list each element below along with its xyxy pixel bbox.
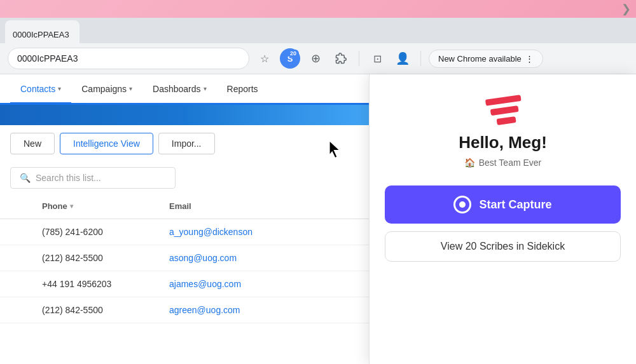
table-header: Phone ▾ Email [0, 194, 369, 219]
row-2-check[interactable] [0, 245, 32, 271]
divider-2 [420, 51, 421, 66]
phone-header-label: Phone [42, 201, 67, 211]
search-placeholder: Search this list... [36, 173, 101, 183]
row-3-phone: +44 191 4956203 [32, 271, 159, 297]
extension-icon-2[interactable]: ⊕ [305, 48, 326, 69]
address-bar[interactable]: 0000IcPPAEA3 [8, 48, 249, 69]
row-3-email[interactable]: ajames@uog.com [159, 271, 369, 297]
address-bar-row: 0000IcPPAEA3 ☆ S 20 ⊕ ⊡ 👤 New Chrome ava… [0, 43, 636, 74]
table-row: (212) 842-5500 agreen@uog.com [0, 297, 369, 323]
nav-dashboards[interactable]: Dashboards ▾ [142, 76, 217, 104]
app-content: Contacts ▾ Campaigns ▾ Dashboards ▾ Repo… [0, 74, 636, 364]
start-capture-button[interactable]: Start Capture [385, 185, 621, 224]
search-icon: 🔍 [20, 173, 31, 183]
dashboards-label: Dashboards [153, 84, 201, 94]
new-chrome-menu-icon: ⋮ [525, 54, 534, 64]
table-row: (785) 241-6200 a_young@dickenson [0, 219, 369, 245]
logo-bar-3 [496, 116, 516, 125]
dashboards-chevron-icon: ▾ [204, 85, 207, 92]
extensions-puzzle-icon[interactable] [331, 48, 351, 69]
badge-count: 20 [287, 50, 299, 57]
scribe-popup: Hello, Meg! 🏠 Best Team Ever Start Captu… [369, 74, 636, 364]
table-body: (785) 241-6200 a_young@dickenson (212) 8… [0, 219, 369, 323]
active-tab[interactable]: 0000IcPPAEA3 [5, 20, 80, 43]
start-capture-label: Start Capture [479, 198, 551, 212]
new-button[interactable]: New [10, 133, 55, 154]
extension-icon[interactable]: S 20 [280, 48, 300, 69]
team-label: Best Team Ever [479, 158, 542, 168]
nav-reports[interactable]: Reports [217, 76, 268, 104]
left-panel: Contacts ▾ Campaigns ▾ Dashboards ▾ Repo… [0, 74, 369, 364]
intelligence-view-button[interactable]: Intelligence View [60, 133, 153, 154]
capture-icon [453, 196, 471, 213]
browser-chrome: 0000IcPPAEA3 0000IcPPAEA3 ☆ S 20 ⊕ ⊡ 👤 [0, 18, 636, 74]
row-2-phone: (212) 842-5500 [32, 245, 159, 271]
email-header-label: Email [169, 201, 191, 211]
new-chrome-label: New Chrome available [438, 54, 522, 64]
logo-bar-2 [490, 105, 518, 116]
table-row: (212) 842-5500 asong@uog.com [0, 245, 369, 271]
row-4-check[interactable] [0, 297, 32, 323]
row-3-check[interactable] [0, 271, 32, 297]
nav-bar: Contacts ▾ Campaigns ▾ Dashboards ▾ Repo… [0, 74, 369, 105]
row-2-email[interactable]: asong@uog.com [159, 245, 369, 271]
blue-banner [0, 105, 369, 125]
row-1-email[interactable]: a_young@dickenson [159, 219, 369, 245]
scribe-logo [485, 95, 521, 123]
nav-campaigns[interactable]: Campaigns ▾ [71, 76, 142, 104]
new-chrome-button[interactable]: New Chrome available ⋮ [429, 50, 543, 68]
user-avatar[interactable]: 👤 [392, 48, 413, 69]
contacts-label: Contacts [20, 84, 55, 94]
col-phone-header[interactable]: Phone ▾ [32, 194, 159, 219]
house-icon: 🏠 [464, 158, 475, 168]
campaigns-label: Campaigns [81, 84, 127, 94]
capture-inner [459, 201, 466, 208]
row-1-check[interactable] [0, 219, 32, 245]
col-check-header [0, 194, 32, 219]
search-input-container[interactable]: 🔍 Search this list... [10, 167, 176, 189]
os-bar: ❯ [0, 0, 636, 18]
import-button[interactable]: Impor... [158, 133, 215, 154]
os-chevron-icon[interactable]: ❯ [621, 2, 631, 16]
campaigns-chevron-icon: ▾ [129, 85, 132, 92]
greeting-text: Hello, Meg! [459, 133, 547, 152]
phone-sort-icon: ▾ [70, 203, 73, 210]
logo-bar-1 [485, 95, 521, 106]
reports-label: Reports [227, 84, 258, 94]
search-bar: 🔍 Search this list... [0, 162, 369, 194]
address-text: 0000IcPPAEA3 [17, 53, 78, 64]
toolbar: New Intelligence View Impor... [0, 125, 369, 162]
team-name: 🏠 Best Team Ever [464, 158, 542, 168]
row-4-phone: (212) 842-5500 [32, 297, 159, 323]
row-1-phone: (785) 241-6200 [32, 219, 159, 245]
logo-shape [485, 95, 521, 123]
divider [359, 51, 359, 66]
table-row: +44 191 4956203 ajames@uog.com [0, 271, 369, 297]
col-email-header[interactable]: Email [159, 194, 369, 219]
view-scribes-button[interactable]: View 20 Scribes in Sidekick [385, 231, 621, 262]
tab-bar: 0000IcPPAEA3 [0, 18, 636, 43]
bookmark-icon[interactable]: ☆ [254, 48, 275, 69]
tab-title: 0000IcPPAEA3 [13, 30, 69, 39]
nav-contacts[interactable]: Contacts ▾ [10, 76, 71, 104]
split-view-icon[interactable]: ⊡ [367, 48, 387, 69]
row-4-email[interactable]: agreen@uog.com [159, 297, 369, 323]
contacts-chevron-icon: ▾ [58, 85, 61, 92]
